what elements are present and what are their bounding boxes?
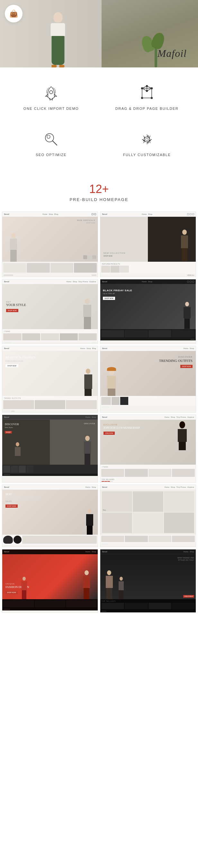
demo-card-beauty-fashion[interactable]: Taroil Home Shop Blog BEAUTY & FASHION E… bbox=[2, 346, 98, 413]
card-nav-9: Taroil Home Shop bbox=[2, 485, 98, 490]
winter-text: BEST WINTER CLEARANCE SALES SHOP NOW bbox=[5, 493, 38, 508]
nav-links-5: Home Shop Blog bbox=[80, 347, 96, 349]
figure-head bbox=[53, 12, 62, 23]
nav-links-2: Home Shop bbox=[142, 213, 152, 215]
feature-one-click-label: ONE CLICK IMPORT DEMO bbox=[24, 106, 79, 111]
search-svg bbox=[43, 131, 59, 147]
winter-person bbox=[84, 509, 95, 535]
demo-card-new-style[interactable]: Taroil Home Shop Tiny Protos Explore Bag bbox=[100, 485, 196, 547]
demo-card-new-collection[interactable]: Taroil Home Shop NEW COLLECTION SHOP NOW bbox=[100, 212, 196, 277]
search-icon bbox=[41, 130, 61, 149]
shoe-right bbox=[59, 65, 64, 67]
card-9-scene: BEST WINTER CLEARANCE SALES SHOP NOW bbox=[2, 490, 98, 535]
svg-point-6 bbox=[146, 86, 148, 87]
bf-text: BLACK FRIDAY SALE Up to 70% off SHOP NOW bbox=[103, 289, 132, 300]
demo-card-black-friday[interactable]: Taroil Home Shop BLACK FRIDAY SALE Up to… bbox=[100, 279, 196, 344]
demo-card-winter-sale[interactable]: Taroil Home Shop BEST WINTER CLEARANCE S… bbox=[2, 485, 98, 547]
card-10-scene: Bag bbox=[100, 490, 196, 535]
gear-svg bbox=[139, 131, 155, 147]
demo-card-membership[interactable]: Taroil Home Shop Tiny Protos Explore EXC… bbox=[100, 414, 196, 483]
svg-point-10 bbox=[45, 133, 54, 142]
feature-seo: SEO OPTIMIZE bbox=[6, 123, 96, 163]
demo-card-what-brands[interactable]: Taroil Home Shop WHAT BRAND AND STYLES D… bbox=[100, 549, 196, 613]
trending-text: DISCOVER TRENDING OUTFITS SHOP NOW bbox=[159, 356, 193, 368]
card-3-scene: GET YOUR STYLE SHOP NOW bbox=[2, 284, 98, 329]
icon-1 bbox=[187, 213, 189, 215]
rocket-svg bbox=[43, 85, 59, 101]
svg-line-13 bbox=[47, 135, 48, 136]
nav-links-8: Home Shop Tiny Protos Explore bbox=[165, 416, 194, 418]
svg-point-4 bbox=[141, 88, 143, 89]
icon-2 bbox=[190, 213, 192, 215]
homepage-title: PRE-BUILD HOMEPAGE bbox=[6, 197, 192, 202]
nav-links-4: Home Shop bbox=[142, 281, 152, 283]
nav-logo-4: Taroil bbox=[102, 280, 107, 283]
svg-point-7 bbox=[141, 97, 143, 99]
card-nav-11: Taroil Home Shop bbox=[2, 550, 98, 554]
figure-top bbox=[51, 23, 65, 36]
svg-point-0 bbox=[50, 91, 53, 94]
card-7-scene: DISCOVER New Styles SHOP DISCOVER bbox=[2, 420, 98, 465]
hero-fashion-figure bbox=[51, 12, 65, 67]
beauty-text: BEAUTY & FASHION Explore latest trends S… bbox=[5, 356, 36, 368]
trending-person bbox=[104, 366, 119, 396]
shoe-left bbox=[51, 65, 57, 67]
feature-seo-label: SEO OPTIMIZE bbox=[36, 153, 66, 157]
nav-icons-2 bbox=[187, 213, 194, 215]
product-row-1 bbox=[2, 262, 98, 274]
card-nav-12: Taroil Home Shop bbox=[100, 550, 196, 554]
demo-grid: Taroil Home Shop Blog NEW ARRIVALS bbox=[0, 209, 198, 616]
nav-logo-7: Taroil bbox=[4, 416, 9, 418]
nav-logo-5: Taroil bbox=[4, 347, 9, 350]
card-11-scene: UNIQUE FASHION DESIGN SHOP NOW bbox=[2, 554, 98, 599]
feature-drag-drop-label: DRAG & DROP PAGE BUILDER bbox=[115, 106, 178, 111]
svg-point-15 bbox=[146, 138, 148, 141]
demo-card-new-arrivals[interactable]: Taroil Home Shop Blog NEW ARRIVALS bbox=[2, 212, 98, 277]
homepage-section-header: 12+ PRE-BUILD HOMEPAGE bbox=[0, 173, 198, 209]
bag-icon: 👜 bbox=[9, 10, 18, 18]
feature-one-click-import: ONE CLICK IMPORT DEMO bbox=[6, 77, 96, 117]
card-4-scene: BLACK FRIDAY SALE Up to 70% off SHOP NOW bbox=[100, 284, 196, 329]
card-1-scene: NEW ARRIVALS SHOP NOW bbox=[2, 217, 98, 262]
feature-customizable-label: FULLY CUSTOMIZABLE bbox=[123, 153, 171, 157]
bf-person bbox=[181, 302, 193, 329]
card-nav-8: Taroil Home Shop Tiny Protos Explore bbox=[100, 415, 196, 420]
card-2-scene: NEW COLLECTION SHOP NOW bbox=[100, 217, 196, 262]
nav-links-11: Home Shop bbox=[85, 551, 96, 553]
hero-bag-circle: 👜 bbox=[5, 5, 23, 23]
card-nav-5: Taroil Home Shop Blog bbox=[2, 346, 98, 351]
hero-section: 👜 Mafoil bbox=[0, 0, 198, 67]
nav-logo-2: Taroil bbox=[102, 213, 107, 215]
card-nav-7: Taroil Home Shop bbox=[2, 415, 98, 420]
nav-logo-8: Taroil bbox=[102, 416, 107, 418]
nav-logo-12: Taroil bbox=[102, 550, 107, 553]
feature-drag-drop: DRAG & DROP PAGE BUILDER bbox=[102, 77, 192, 117]
svg-line-11 bbox=[53, 141, 57, 145]
figure-shoes bbox=[51, 65, 65, 67]
feature-customizable: FULLY CUSTOMIZABLE bbox=[102, 123, 192, 163]
card-nav-3: Taroil Home Shop Tiny Protos Explore bbox=[2, 279, 98, 284]
svg-point-9 bbox=[146, 90, 148, 92]
card-nav-6: Taroil Home Shop bbox=[100, 346, 196, 351]
figure-pants bbox=[51, 36, 64, 65]
nav-links-6: Home Shop bbox=[183, 347, 194, 349]
demo-card-fashion-designer[interactable]: Taroil Home Shop UNIQUE FASHION DESIGN S… bbox=[2, 549, 98, 613]
demo-card-get-your-style[interactable]: Taroil Home Shop Tiny Protos Explore GET… bbox=[2, 279, 98, 344]
card-nav-10: Taroil Home Shop Tiny Protos Explore bbox=[100, 485, 196, 490]
card-12-scene: WHAT BRAND AND STYLES DO YOU? DISCOVER bbox=[100, 554, 196, 599]
card-8-scene: EXCLUSIVE JOIN OUR CLUB MEMBERSHIP JOIN … bbox=[100, 420, 196, 465]
cube-icon bbox=[137, 84, 157, 103]
nav-logo-6: Taroil bbox=[102, 347, 107, 350]
nav-links-9: Home Shop bbox=[85, 486, 96, 488]
nav-logo-9: Taroil bbox=[4, 486, 9, 489]
demo-card-discover[interactable]: Taroil Home Shop DISCOVER New Styles SHO… bbox=[2, 414, 98, 483]
nav-logo-10: Taroil bbox=[102, 486, 107, 489]
card-5-scene: BEAUTY & FASHION Explore latest trends S… bbox=[2, 351, 98, 396]
svg-point-8 bbox=[151, 97, 153, 99]
nav-logo-11: Taroil bbox=[4, 550, 9, 553]
nav-links-7: Home Shop bbox=[85, 416, 96, 418]
card-6-scene: DISCOVER TRENDING OUTFITS SHOP NOW bbox=[100, 351, 196, 396]
demo-card-trending[interactable]: Taroil Home Shop DISCOVER TRENDING OUTFI… bbox=[100, 346, 196, 413]
person-1 bbox=[7, 233, 20, 262]
search-nav-icon bbox=[92, 213, 93, 215]
